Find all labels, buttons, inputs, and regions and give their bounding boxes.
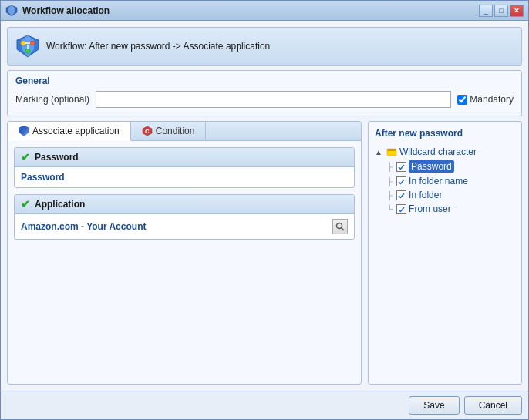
checkbox-icon-4 bbox=[396, 204, 406, 214]
window-title: Workflow allocation bbox=[22, 5, 479, 16]
close-button[interactable]: ✕ bbox=[510, 5, 524, 17]
window-body: Workflow: After new password -> Associat… bbox=[1, 21, 528, 391]
svg-point-6 bbox=[25, 49, 30, 53]
tree-item-password[interactable]: ├ Password bbox=[387, 159, 515, 174]
general-label: General bbox=[15, 76, 514, 86]
marking-label: Marking (optional) bbox=[15, 94, 89, 105]
window-controls: _ □ ✕ bbox=[479, 5, 524, 17]
checkbox-icon-3 bbox=[396, 190, 406, 200]
svg-point-11 bbox=[337, 223, 342, 229]
tree-connector-1: ├ bbox=[387, 163, 393, 171]
svg-line-12 bbox=[342, 228, 345, 231]
tab-associate-application[interactable]: Associate application bbox=[8, 122, 131, 141]
tree-children: ├ Password ├ bbox=[387, 159, 515, 216]
wildcard-icon bbox=[386, 146, 397, 157]
workflow-description: Workflow: After new password -> Associat… bbox=[46, 41, 270, 52]
search-icon bbox=[335, 222, 345, 231]
check-symbol-1 bbox=[398, 163, 405, 170]
tab-condition-label: Condition bbox=[156, 126, 195, 136]
tabs-bar: Associate application C Condition bbox=[8, 122, 361, 141]
check-symbol-4 bbox=[398, 206, 405, 213]
tree-toggle-icon[interactable]: ▲ bbox=[375, 148, 384, 156]
marking-input[interactable] bbox=[96, 91, 451, 108]
password-group-body: Password bbox=[15, 167, 354, 187]
svg-point-5 bbox=[30, 41, 35, 45]
application-value: Amazon.com - Your Account bbox=[21, 221, 146, 232]
application-field-group: ✔ Application Amazon.com - Your Account bbox=[14, 194, 355, 240]
tree: ▲ Wildcard character ├ bbox=[375, 145, 515, 216]
password-group-header: ✔ Password bbox=[15, 148, 354, 167]
title-bar-icon bbox=[5, 5, 18, 17]
tree-label-password: Password bbox=[409, 160, 454, 173]
save-button[interactable]: Save bbox=[409, 396, 459, 415]
condition-icon: C bbox=[142, 126, 153, 136]
svg-text:C: C bbox=[145, 128, 150, 135]
password-field-group: ✔ Password Password bbox=[14, 147, 355, 188]
tree-label-folder: In folder bbox=[409, 190, 442, 200]
application-search-button[interactable] bbox=[332, 219, 348, 234]
password-value: Password bbox=[21, 172, 65, 183]
workflow-header: Workflow: After new password -> Associat… bbox=[7, 27, 522, 66]
left-panel: Associate application C Condition bbox=[7, 121, 362, 385]
cancel-button[interactable]: Cancel bbox=[464, 396, 522, 415]
check-symbol-3 bbox=[398, 192, 405, 199]
maximize-button[interactable]: □ bbox=[494, 5, 508, 17]
shield-icon bbox=[19, 126, 29, 136]
tree-item-folder[interactable]: ├ In folder bbox=[387, 188, 515, 202]
tree-label-folder-name: In folder name bbox=[409, 176, 468, 186]
application-group-body: Amazon.com - Your Account bbox=[15, 214, 354, 239]
tree-connector-3: ├ bbox=[387, 191, 393, 200]
workflow-icon bbox=[15, 34, 40, 59]
marking-row: Marking (optional) Mandatory bbox=[15, 91, 514, 108]
application-group-header: ✔ Application bbox=[15, 195, 354, 214]
tab-content: ✔ Password Password ✔ Application bbox=[8, 141, 361, 384]
application-check-icon: ✔ bbox=[21, 198, 30, 210]
right-panel-title: After new password bbox=[375, 128, 515, 139]
tree-item-folder-name[interactable]: ├ In folder name bbox=[387, 174, 515, 188]
tree-root-item[interactable]: ▲ Wildcard character bbox=[375, 145, 515, 159]
checkbox-icon-2 bbox=[396, 176, 406, 186]
mandatory-checkbox[interactable] bbox=[457, 95, 467, 105]
footer-bar: Save Cancel bbox=[1, 391, 528, 419]
workflow-allocation-window: Workflow allocation _ □ ✕ Workflow: Afte… bbox=[0, 0, 529, 420]
general-section: General Marking (optional) Mandatory bbox=[7, 70, 522, 116]
tab-associate-label: Associate application bbox=[32, 126, 120, 136]
check-symbol-2 bbox=[398, 178, 405, 185]
tree-root-label: Wildcard character bbox=[399, 146, 477, 157]
right-panel: After new password ▲ Wildcard character bbox=[368, 121, 522, 385]
main-area: Associate application C Condition bbox=[7, 121, 522, 385]
password-check-icon: ✔ bbox=[21, 151, 30, 163]
svg-rect-14 bbox=[387, 149, 396, 151]
application-group-title: Application bbox=[35, 199, 85, 210]
mandatory-check: Mandatory bbox=[457, 94, 514, 105]
tree-connector-4: └ bbox=[387, 205, 393, 213]
checkbox-icon-1 bbox=[396, 162, 406, 172]
mandatory-label: Mandatory bbox=[470, 94, 514, 105]
minimize-button[interactable]: _ bbox=[479, 5, 493, 17]
svg-point-4 bbox=[21, 41, 25, 45]
title-bar: Workflow allocation _ □ ✕ bbox=[1, 1, 528, 21]
tab-condition[interactable]: C Condition bbox=[131, 122, 207, 140]
tree-label-from-user: From user bbox=[409, 203, 451, 214]
password-group-title: Password bbox=[35, 152, 79, 163]
tree-item-from-user[interactable]: └ From user bbox=[387, 202, 515, 216]
tree-connector-2: ├ bbox=[387, 177, 393, 186]
